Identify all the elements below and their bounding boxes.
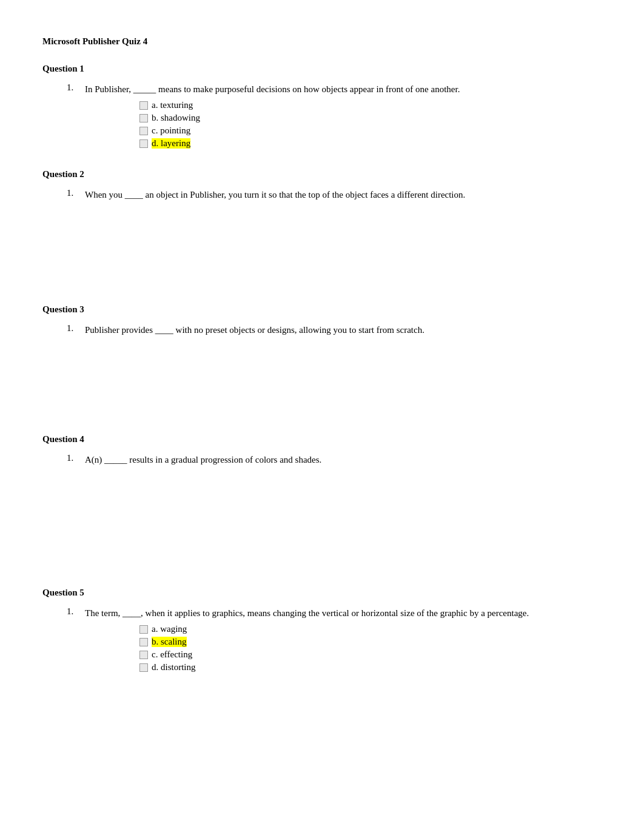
q1-choice-b-text: b. shadowing xyxy=(152,113,200,123)
q5-choice-a-text: a. waging xyxy=(152,624,187,634)
question-1-item: 1. In Publisher, _____ means to make pur… xyxy=(67,82,602,151)
question-5-label: Question 5 xyxy=(42,588,602,598)
q1-choice-a: a. texturing xyxy=(139,100,460,110)
q5-choice-c-text: c. effecting xyxy=(152,649,192,660)
question-4-text: A(n) _____ results in a gradual progress… xyxy=(85,453,321,467)
q1-checkbox-c[interactable] xyxy=(139,127,148,135)
q1-choice-c-text: c. pointing xyxy=(152,126,190,136)
q5-checkbox-d[interactable] xyxy=(139,663,148,672)
q1-choice-d: d. layering xyxy=(139,138,460,149)
q5-checkbox-c[interactable] xyxy=(139,651,148,659)
question-4-label: Question 4 xyxy=(42,434,602,444)
question-1-section: Question 1 1. In Publisher, _____ means … xyxy=(42,64,602,151)
question-5-choices: a. waging b. scaling c. effecting d. dis… xyxy=(139,624,529,672)
q5-choice-b-text: b. scaling xyxy=(152,637,187,647)
question-2-item: 1. When you ____ an object in Publisher,… xyxy=(67,188,602,202)
q5-choice-d-text: d. distorting xyxy=(152,662,196,672)
question-2-label: Question 2 xyxy=(42,169,602,179)
question-4-section: Question 4 1. A(n) _____ results in a gr… xyxy=(42,434,602,570)
page-title: Microsoft Publisher Quiz 4 xyxy=(42,36,602,47)
q1-checkbox-d[interactable] xyxy=(139,139,148,148)
question-2-text: When you ____ an object in Publisher, yo… xyxy=(85,188,465,202)
question-2-number: 1. xyxy=(67,188,85,202)
q5-choice-c: c. effecting xyxy=(139,649,529,660)
question-1-number: 1. xyxy=(67,82,85,151)
question-5-section: Question 5 1. The term, ____, when it ap… xyxy=(42,588,602,675)
question-5-item: 1. The term, ____, when it applies to gr… xyxy=(67,606,602,675)
question-3-section: Question 3 1. Publisher provides ____ wi… xyxy=(42,304,602,416)
q5-choice-a: a. waging xyxy=(139,624,529,634)
q5-choice-b: b. scaling xyxy=(139,637,529,647)
q1-checkbox-b[interactable] xyxy=(139,114,148,122)
question-3-number: 1. xyxy=(67,323,85,337)
q1-choice-c: c. pointing xyxy=(139,126,460,136)
q5-checkbox-b[interactable] xyxy=(139,638,148,646)
question-1-label: Question 1 xyxy=(42,64,602,74)
q5-checkbox-a[interactable] xyxy=(139,625,148,634)
q1-choice-a-text: a. texturing xyxy=(152,100,193,110)
question-2-section: Question 2 1. When you ____ an object in… xyxy=(42,169,602,287)
question-1-text: In Publisher, _____ means to make purpos… xyxy=(85,84,460,94)
q1-checkbox-a[interactable] xyxy=(139,101,148,110)
q1-choice-b: b. shadowing xyxy=(139,113,460,123)
question-3-text: Publisher provides ____ with no preset o… xyxy=(85,323,424,337)
question-5-text: The term, ____, when it applies to graph… xyxy=(85,608,529,618)
question-3-item: 1. Publisher provides ____ with no prese… xyxy=(67,323,602,337)
q5-choice-d: d. distorting xyxy=(139,662,529,672)
question-1-choices: a. texturing b. shadowing c. pointing d.… xyxy=(139,100,460,149)
q1-choice-d-text: d. layering xyxy=(152,138,190,149)
question-5-number: 1. xyxy=(67,606,85,675)
question-4-item: 1. A(n) _____ results in a gradual progr… xyxy=(67,453,602,467)
question-3-label: Question 3 xyxy=(42,304,602,315)
question-4-number: 1. xyxy=(67,453,85,467)
